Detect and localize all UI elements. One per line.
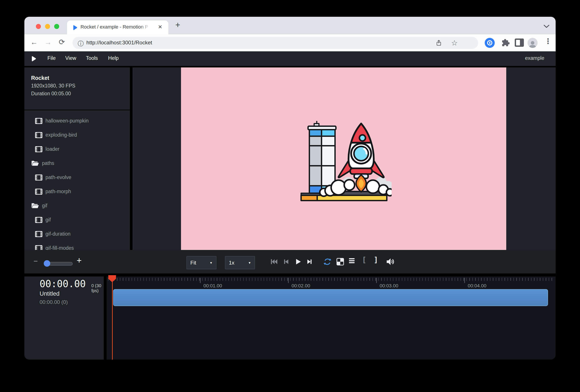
sidebar-item-gif[interactable]: gif: [24, 213, 130, 227]
play-icon[interactable]: [294, 258, 301, 265]
menu-tools[interactable]: Tools: [86, 55, 98, 61]
sidebar-item-exploding-bird[interactable]: exploding-bird: [24, 128, 130, 142]
sidebar-item-gif-duration[interactable]: gif-duration: [24, 227, 130, 241]
screenshot-root: Rocket / example - Remotion P ✕ + ← → ⟳ …: [0, 0, 580, 392]
out-point-bracket-icon[interactable]: ]: [374, 256, 378, 264]
sidebar-item-label: gif-fill-modes: [45, 245, 74, 250]
previous-frame-icon[interactable]: [283, 258, 289, 265]
sidebar-item-gif-fill-modes[interactable]: gif-fill-modes: [24, 241, 130, 250]
ruler-tick-1s: [200, 278, 201, 283]
sidebar-item-path-evolve[interactable]: path-evolve: [24, 170, 130, 184]
folder-open-icon: [31, 160, 39, 166]
ruler-tick-4s: [464, 278, 465, 283]
track-timecode: 00:00.00 (0): [40, 299, 68, 305]
project-name-label: example: [525, 55, 544, 61]
reload-icon[interactable]: ⟳: [59, 38, 65, 46]
profile-avatar[interactable]: [528, 38, 538, 48]
film-icon: [35, 231, 42, 237]
current-timecode: 00:00.00: [40, 278, 86, 289]
size-dropdown-label: Fit: [190, 260, 196, 266]
playhead-handle[interactable]: [108, 275, 116, 282]
sidebar-item-label: paths: [42, 160, 54, 166]
maximize-window-button[interactable]: [54, 24, 59, 29]
track-name: Untitled: [40, 290, 60, 297]
tab-title-wrap: Rocket / example - Remotion P: [81, 24, 152, 31]
composition-duration: Duration 00:05.00: [31, 91, 71, 97]
close-window-button[interactable]: [36, 24, 41, 29]
minimize-window-button[interactable]: [45, 24, 50, 29]
chevron-down-icon: ▼: [248, 261, 251, 264]
back-icon[interactable]: ←: [30, 38, 38, 46]
timeline-panel: 00:01.00 00:02.00 00:03.00 00:04.00 00:0…: [24, 276, 556, 360]
speed-dropdown-label: 1x: [229, 260, 234, 266]
transport-bar: − + Fit ▼ 1x ▼: [24, 250, 556, 276]
remotion-logo-icon[interactable]: [31, 55, 36, 62]
tab-close-icon[interactable]: ✕: [158, 24, 162, 30]
onepassword-extension-icon[interactable]: [485, 38, 495, 48]
sidebar-item-label: gif: [45, 217, 51, 223]
composition-name: Rocket: [31, 75, 49, 81]
ruler-label: 00:01.00: [203, 283, 222, 289]
menu-file[interactable]: File: [47, 55, 56, 61]
ruler-label: 00:03.00: [380, 283, 398, 289]
timeline-rows-icon[interactable]: [349, 258, 355, 263]
playhead-line[interactable]: [112, 276, 113, 360]
composition-meta: 1920x1080, 30 FPS: [31, 83, 75, 89]
tab-search-chevron-icon[interactable]: [543, 25, 550, 28]
forward-icon[interactable]: →: [44, 38, 52, 46]
timeline-ruler[interactable]: [108, 278, 554, 281]
sidebar-folder-paths[interactable]: paths: [24, 156, 130, 170]
playback-speed-dropdown[interactable]: 1x ▼: [225, 256, 255, 269]
tab-title-fade: [140, 24, 152, 31]
browser-menu-dots-icon[interactable]: ⋮: [544, 37, 552, 45]
folder-open-icon: [31, 203, 39, 209]
tab-strip: Rocket / example - Remotion P ✕ +: [24, 17, 556, 34]
ruler-tick-3s: [376, 278, 377, 283]
preview-area: [133, 67, 556, 250]
chevron-down-icon: ▼: [209, 261, 213, 264]
timeline-track-bar[interactable]: [113, 289, 548, 306]
zoom-in-icon[interactable]: +: [77, 256, 82, 265]
app-menu-bar: File View Tools Help example: [24, 51, 556, 67]
next-frame-icon[interactable]: [306, 258, 313, 265]
bookmark-star-icon[interactable]: ☆: [451, 38, 458, 47]
volume-icon[interactable]: [386, 257, 395, 266]
in-point-bracket-icon[interactable]: [: [362, 256, 366, 264]
skip-to-start-icon[interactable]: [270, 258, 278, 265]
person-icon: [528, 40, 537, 48]
film-icon: [35, 132, 42, 138]
sidebar-item-halloween-pumpkin[interactable]: halloween-pumpkin: [24, 114, 130, 128]
url-bar[interactable]: ⓘ http://localhost:3001/Rocket ☆: [72, 37, 478, 49]
browser-tab[interactable]: Rocket / example - Remotion P ✕: [67, 20, 168, 34]
sidebar-item-path-morph[interactable]: path-morph: [24, 184, 130, 199]
rocket-illustration: [296, 111, 392, 205]
url-text[interactable]: http://localhost:3001/Rocket: [86, 40, 152, 46]
sidebar-item-label: gif-duration: [45, 231, 70, 237]
site-info-icon[interactable]: ⓘ: [78, 40, 84, 48]
menu-help[interactable]: Help: [108, 55, 119, 61]
sidebar-item-loader[interactable]: loader: [24, 142, 130, 156]
ruler-tick-2s: [288, 278, 289, 283]
extensions-puzzle-icon[interactable]: [500, 38, 510, 47]
side-panel-icon[interactable]: [515, 38, 524, 47]
video-canvas: [181, 67, 506, 250]
timeline-zoom-slider[interactable]: [45, 262, 73, 265]
zoom-out-icon[interactable]: −: [33, 257, 38, 265]
sidebar-item-label: halloween-pumpkin: [45, 118, 89, 124]
timeline-left-panel: 00:00.00 0 (30 fps) Untitled 00:00.00 (0…: [24, 276, 107, 360]
transparency-checkerboard-icon[interactable]: [337, 258, 344, 265]
ruler-label: 00:02.00: [291, 283, 310, 289]
new-tab-button[interactable]: +: [175, 20, 180, 30]
canvas-size-dropdown[interactable]: Fit ▼: [186, 256, 216, 269]
sidebar-folder-gif[interactable]: gif: [24, 199, 130, 213]
compositions-sidebar: Rocket 1920x1080, 30 FPS Duration 00:05.…: [24, 67, 130, 250]
browser-window: Rocket / example - Remotion P ✕ + ← → ⟳ …: [24, 17, 556, 360]
share-icon[interactable]: [435, 40, 442, 46]
sidebar-item-label: path-evolve: [45, 174, 71, 180]
loop-toggle-icon[interactable]: [323, 258, 331, 266]
film-icon: [35, 146, 42, 152]
zoom-slider-knob[interactable]: [44, 260, 50, 267]
browser-toolbar: ← → ⟳ ⓘ http://localhost:3001/Rocket ☆: [24, 34, 556, 51]
menu-view[interactable]: View: [65, 55, 76, 61]
sidebar-item-label: gif: [42, 203, 47, 209]
